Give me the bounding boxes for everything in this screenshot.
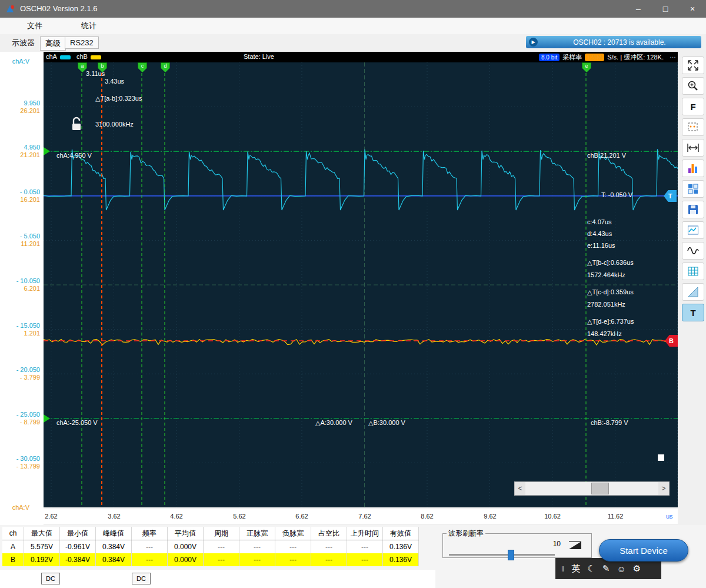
axis-label-cha: - 20.050 — [16, 366, 40, 373]
cell: --- — [204, 553, 239, 566]
save-icon — [687, 203, 700, 216]
axis-unit-top: chA:V — [12, 58, 29, 65]
cell: --- — [347, 553, 383, 566]
tab-advanced[interactable]: 高级 — [40, 36, 66, 51]
cell: -0.384V — [60, 553, 96, 566]
display-matrix-button[interactable] — [682, 180, 704, 198]
refresh-rate-label: 波形刷新率 — [447, 529, 485, 539]
chb-color-swatch — [91, 55, 101, 59]
chart-export-button[interactable] — [682, 221, 704, 239]
ime-grip[interactable]: ‖ — [561, 564, 564, 573]
dashed-selection-icon — [687, 121, 700, 134]
freq-ab: 3100.000kHz — [95, 121, 134, 128]
axis-label-cha: - 15.050 — [16, 322, 40, 329]
state-label: State: Live — [244, 53, 274, 60]
delta-t-bc: △T[b-c]:0.636us — [587, 259, 634, 267]
cell: --- — [132, 540, 168, 554]
selection-box-button[interactable] — [682, 118, 704, 136]
tab-row: 示波器 高级 RS232 ▶ OSCH02 : 20713 is availab… — [0, 34, 706, 51]
expand-arrows-icon — [687, 59, 700, 72]
titlebar: OSCH02 Version 2.1.6 – □ × — [0, 0, 706, 18]
maximize-button[interactable]: □ — [652, 0, 679, 18]
ruler-button[interactable] — [682, 283, 704, 301]
tab-rs232[interactable]: RS232 — [65, 36, 99, 49]
sample-rate-label: 采样率 — [562, 53, 582, 62]
play-icon[interactable]: ▶ — [529, 38, 538, 46]
reference-wave-button[interactable] — [682, 242, 704, 260]
start-device-button[interactable]: Start Device — [599, 539, 688, 562]
scroll-track[interactable] — [525, 482, 658, 495]
col-header: 平均值 — [168, 527, 204, 540]
menu-bar: 文件 统计 — [0, 18, 706, 35]
cha-color-swatch — [60, 55, 71, 59]
ime-language[interactable]: 英 — [571, 563, 580, 574]
slider-thumb[interactable] — [508, 550, 514, 560]
minimize-button[interactable]: – — [625, 0, 652, 18]
lock-icon[interactable] — [71, 117, 82, 132]
cell: 0.136V — [383, 540, 419, 554]
col-header: 最大值 — [24, 527, 60, 540]
cha-bottom-marker-arrow[interactable] — [44, 414, 54, 423]
plot-scrollbar[interactable]: < > — [514, 481, 670, 496]
cell: --- — [275, 553, 311, 566]
ramp-icon — [568, 539, 583, 552]
coupling-a-button[interactable]: DC — [41, 573, 60, 584]
cha-label[interactable]: chA — [46, 53, 57, 60]
fft-button[interactable]: F — [682, 98, 704, 115]
freq-bc: 1572.464kHz — [587, 271, 625, 278]
tab-oscilloscope[interactable]: 示波器 — [7, 36, 39, 49]
gear-icon[interactable]: ⚙ — [633, 563, 641, 574]
close-button[interactable]: × — [679, 0, 706, 18]
horizontal-arrows-icon — [687, 141, 700, 154]
app-window: OSCH02 Version 2.1.6 – □ × 文件 统计 示波器 高级 … — [0, 0, 706, 588]
menu-file[interactable]: 文件 — [27, 21, 42, 31]
plot-menu-button[interactable]: … — [670, 52, 676, 59]
delta-t-ab: △T[a-b]:0.323us — [95, 95, 142, 102]
waveform-canvas[interactable]: a b c d e 3.11us 3.43us △T[a-b]:0.323us … — [44, 62, 678, 507]
window-title: OSCH02 Version 2.1.6 — [20, 4, 98, 13]
fit-view-button[interactable] — [682, 57, 704, 74]
col-header: ch — [2, 527, 24, 540]
cell: 0.384V — [96, 553, 132, 566]
menu-stats[interactable]: 统计 — [81, 21, 96, 31]
histogram-button[interactable] — [682, 160, 704, 177]
scroll-right-button[interactable]: > — [658, 484, 669, 493]
delta-t-cd: △T[c-d]:0.359us — [587, 288, 634, 296]
x-tick: 5.62 — [233, 513, 245, 520]
cell: --- — [275, 540, 311, 554]
x-tick: 6.62 — [295, 513, 308, 520]
delta-a-label: △A:30.000 V — [315, 419, 352, 427]
chb-label[interactable]: chB — [76, 53, 88, 60]
left-axis: chA:V 9.950 26.201 4.950 21.201 - 0.050 … — [0, 52, 44, 526]
buffer-label: S/s. | 缓冲区: 128K. — [607, 53, 664, 62]
cell: A — [2, 540, 24, 554]
trigger-level-label: T: -0.050 V — [601, 191, 632, 198]
chb-bottom-marker-label: chB:-8.799 V — [591, 419, 628, 426]
scroll-thumb[interactable] — [591, 483, 609, 494]
horizontal-measure-button[interactable] — [682, 139, 704, 157]
data-table-button[interactable] — [682, 263, 704, 280]
cha-top-marker-arrow[interactable] — [44, 147, 54, 155]
axis-label-cha: - 30.050 — [16, 455, 40, 462]
matrix-icon — [687, 182, 700, 195]
freq-de: 148.427kHz — [587, 330, 622, 337]
col-header: 最小值 — [60, 527, 96, 540]
cursor-d-time: d:4.43us — [587, 230, 612, 237]
save-button[interactable] — [682, 201, 704, 218]
x-tick: 3.62 — [108, 513, 120, 520]
table-icon — [687, 265, 700, 278]
cell: -0.961V — [60, 540, 96, 554]
refresh-rate-slider[interactable] — [449, 554, 555, 556]
trigger-mode-button[interactable]: T — [682, 304, 704, 321]
col-header: 有效值 — [383, 527, 419, 540]
cell: --- — [204, 540, 239, 554]
chart-icon — [687, 224, 700, 237]
coupling-b-button[interactable]: DC — [132, 573, 151, 584]
pen-icon[interactable]: ✎ — [602, 563, 610, 574]
axis-label-chb: 21.201 — [20, 151, 40, 158]
moon-icon[interactable]: ☾ — [587, 563, 595, 574]
smiley-icon[interactable]: ☺ — [617, 564, 625, 574]
scroll-left-button[interactable]: < — [515, 484, 525, 493]
table-header-row: ch 最大值 最小值 峰峰值 频率 平均值 周期 正脉宽 负脉宽 占空比 上升时… — [2, 527, 419, 540]
zoom-button[interactable] — [682, 77, 704, 95]
